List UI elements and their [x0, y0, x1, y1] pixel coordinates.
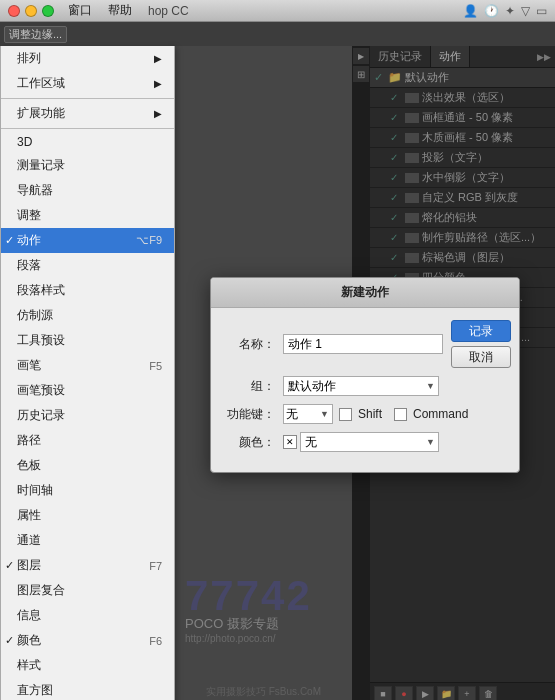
dialog-buttons: 记录 取消 — [451, 320, 511, 368]
bluetooth-icon: ✦ — [505, 4, 515, 18]
menu-item-3d[interactable]: 3D — [1, 131, 174, 153]
dialog-hotkey-select[interactable]: 无 — [283, 404, 333, 424]
dialog-hotkey-select-wrap: 无 ▼ — [283, 404, 333, 424]
submenu-arrow: ▶ — [154, 78, 162, 89]
check-icon: ✓ — [5, 234, 14, 247]
menu-item-adjust[interactable]: 调整 — [1, 203, 174, 228]
menu-item-timeline[interactable]: 时间轴 — [1, 478, 174, 503]
minimize-button[interactable] — [25, 5, 37, 17]
menu-item-paths[interactable]: 路径 — [1, 428, 174, 453]
dialog-color-select-wrap: 无 ▼ — [300, 432, 439, 452]
dialog-body: 名称： 记录 取消 组： 默认动作 — [211, 308, 519, 472]
top-icons: 👤 🕐 ✦ ▽ ▭ — [463, 4, 547, 18]
dialog-name-row: 名称： 记录 取消 — [223, 320, 507, 368]
menu-item-history[interactable]: 历史记录 — [1, 403, 174, 428]
menu-item-color[interactable]: ✓ 颜色 F6 — [1, 628, 174, 653]
menu-item-brush[interactable]: 画笔 F5 — [1, 353, 174, 378]
shift-checkbox[interactable] — [339, 408, 352, 421]
ps-options-bar: 调整边缘... — [0, 22, 555, 46]
clock-icon[interactable]: 🕐 — [484, 4, 499, 18]
menu-item-workspace[interactable]: 工作区域 ▶ — [1, 71, 174, 96]
menu-item-tool-preset[interactable]: 工具预设 — [1, 328, 174, 353]
dialog-record-button[interactable]: 记录 — [451, 320, 511, 342]
main-area: 排列 ▶ 工作区域 ▶ 扩展功能 ▶ 3D 测量记录 导航器 调整 ✓ 动作 ⌥… — [0, 46, 555, 700]
menu-item-imitation[interactable]: 仿制源 — [1, 303, 174, 328]
menu-item-layer-comp[interactable]: 图层复合 — [1, 578, 174, 603]
menu-item-swatches[interactable]: 色板 — [1, 453, 174, 478]
window-dropdown-menu: 排列 ▶ 工作区域 ▶ 扩展功能 ▶ 3D 测量记录 导航器 调整 ✓ 动作 ⌥… — [0, 46, 175, 700]
menu-item-styles[interactable]: 样式 — [1, 653, 174, 678]
menu-item-layers[interactable]: ✓ 图层 F7 — [1, 553, 174, 578]
shift-label: Shift — [358, 407, 382, 421]
menu-item-paragraph-style[interactable]: 段落样式 — [1, 278, 174, 303]
dialog-group-row: 组： 默认动作 ▼ — [223, 376, 507, 396]
dialog-color-label: 颜色： — [223, 434, 283, 451]
menu-item-properties[interactable]: 属性 — [1, 503, 174, 528]
color-x-icon: ✕ — [283, 435, 297, 449]
check-icon: ✓ — [5, 634, 14, 647]
menu-item-paragraph[interactable]: 段落 — [1, 253, 174, 278]
close-button[interactable] — [8, 5, 20, 17]
menu-divider-2 — [1, 128, 174, 129]
right-area: 77742 POCO 摄影专题 http://photo.poco.cn/ 实用… — [175, 46, 555, 700]
menu-item-histogram[interactable]: 直方图 — [1, 678, 174, 700]
menu-help[interactable]: 帮助 — [104, 2, 136, 19]
menu-divider-1 — [1, 98, 174, 99]
dialog-color-select[interactable]: 无 — [300, 432, 439, 452]
dialog-group-select-wrap: 默认动作 ▼ — [283, 376, 439, 396]
menu-item-brush-preset[interactable]: 画笔预设 — [1, 378, 174, 403]
menu-item-info[interactable]: 信息 — [1, 603, 174, 628]
menu-window[interactable]: 窗口 — [64, 2, 96, 19]
user-icon[interactable]: 👤 — [463, 4, 478, 18]
wifi-icon: ▽ — [521, 4, 530, 18]
dialog-overlay: 新建动作 名称： 记录 取消 组： — [175, 46, 555, 700]
menu-item-expand[interactable]: 扩展功能 ▶ — [1, 101, 174, 126]
dialog-checkbox-row: Shift Command — [339, 407, 468, 421]
menu-item-channels[interactable]: 通道 — [1, 528, 174, 553]
dialog-color-select-area: ✕ 无 ▼ — [283, 432, 439, 452]
submenu-arrow: ▶ — [154, 53, 162, 64]
dialog-group-label: 组： — [223, 378, 283, 395]
title-bar: 窗口 帮助 hop CC 👤 🕐 ✦ ▽ ▭ — [0, 0, 555, 22]
dialog-title: 新建动作 — [211, 278, 519, 308]
command-checkbox[interactable] — [394, 408, 407, 421]
check-icon: ✓ — [5, 559, 14, 572]
menu-item-measure[interactable]: 测量记录 — [1, 153, 174, 178]
dialog-hotkey-row: 功能键： 无 ▼ Shift Command — [223, 404, 507, 424]
submenu-arrow: ▶ — [154, 108, 162, 119]
window-controls — [8, 5, 54, 17]
new-action-dialog: 新建动作 名称： 记录 取消 组： — [210, 277, 520, 473]
dialog-hotkey-label: 功能键： — [223, 406, 283, 423]
app-title: hop CC — [144, 4, 193, 18]
dialog-group-select[interactable]: 默认动作 — [283, 376, 439, 396]
dialog-name-input[interactable] — [283, 334, 443, 354]
dialog-name-label: 名称： — [223, 336, 283, 353]
battery-icon: ▭ — [536, 4, 547, 18]
menu-item-nav[interactable]: 导航器 — [1, 178, 174, 203]
maximize-button[interactable] — [42, 5, 54, 17]
command-label: Command — [413, 407, 468, 421]
adjust-edge-btn[interactable]: 调整边缘... — [4, 26, 67, 43]
dialog-color-row: 颜色： ✕ 无 ▼ — [223, 432, 507, 452]
menu-item-arrange[interactable]: 排列 ▶ — [1, 46, 174, 71]
dialog-cancel-button[interactable]: 取消 — [451, 346, 511, 368]
menu-item-actions[interactable]: ✓ 动作 ⌥F9 — [1, 228, 174, 253]
